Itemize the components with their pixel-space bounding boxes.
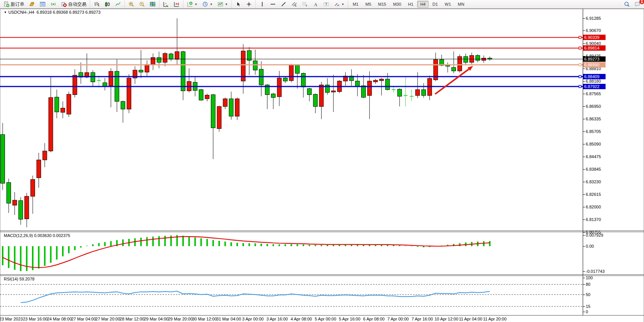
new-order-label: 新订单 [11,1,24,8]
templates-button[interactable]: ▼ [215,0,230,8]
rsi-axis-label: 0 [586,309,588,314]
search-button[interactable] [622,0,632,8]
timeframe-h4-button[interactable]: H4 [417,1,429,8]
hline-anchor[interactable] [579,64,581,66]
horizontal-line-button[interactable] [268,0,278,8]
rsi-panel [0,284,583,306]
macd-indicator-label: MACD(12,26,9) 0.003630 0.002375 [4,233,70,238]
bar-chart-button[interactable] [92,0,102,8]
auto-scroll-button[interactable] [161,0,171,8]
price-tick-label: 6.87565 [586,91,601,96]
price-tick-label: 6.85705 [586,129,601,134]
time-axis-label: 29 Mar 04:00 [144,317,169,321]
market-watch-button[interactable] [38,0,48,8]
candlestick-chart-button[interactable] [102,0,112,8]
price-badge: 6.88990 [583,62,606,67]
svg-text:E: E [295,5,296,7]
crosshair-button[interactable] [244,0,254,8]
chat-button[interactable]: 1 [633,0,642,8]
notification-badge: 1 [639,0,644,4]
arrows-button[interactable]: ▼ [332,0,346,8]
timeframe-h1-button[interactable]: H1 [405,1,416,8]
macd-signal-line [3,237,490,268]
time-axis-label: 27 Mar 20:00 [96,317,120,321]
timeframe-m30-button[interactable]: M30 [390,1,404,8]
time-axis-label: 3 Apr 16:00 [266,317,288,321]
time-axis-label: 27 Mar 04:00 [71,317,96,321]
timeframe-d1-button[interactable]: D1 [429,1,441,8]
time-axis-label: 28 Mar 12:00 [120,317,144,321]
cursor-button[interactable] [233,0,243,8]
dropdown-caret-icon[interactable]: ▼ [210,3,213,6]
price-tick-label: 6.90670 [586,28,601,33]
dropdown-caret-icon[interactable]: ▼ [225,3,228,6]
time-axis-label: 11 Apr 20:00 [483,317,507,321]
chart-shift-button[interactable] [172,0,182,8]
toolbar: 新订单自动交易▼▼▼EFAT▼M1M5M15M30H1H4D1W1MN1 [0,0,644,9]
time-axis-label: 23 Mar 2023 [0,317,23,321]
fibonacci-button[interactable]: F [300,0,310,8]
auto-trading-button[interactable]: 自动交易 [59,0,88,8]
price-tick-label: 6.82000 [586,205,601,209]
rsi-indicator-label: RSI(14) 59.2078 [4,277,35,281]
time-axis-label: 7 Apr 00:00 [387,317,409,321]
chart-window[interactable]: ▼USDCNH-,H4 6.89318 6.89368 6.89273 6.89… [0,8,644,322]
dropdown-caret-icon[interactable]: ▼ [341,3,344,6]
price-tick-label: 6.82615 [586,192,601,197]
rsi-axis-label: 80 [586,282,590,287]
timeframe-m1-button[interactable]: M1 [350,1,362,8]
timeframe-w1-button[interactable]: W1 [442,1,454,8]
macd-axis-label: -0.017743 [586,269,605,274]
trend-arrow-annotation[interactable] [435,69,469,94]
time-axis-label: 24 Mar 08:00 [47,317,72,321]
gold-chart-button[interactable] [27,0,37,8]
chart-menu-caret[interactable]: ▼ [4,11,7,14]
zoom-in-button[interactable] [126,0,136,8]
price-tick-label: 6.86335 [586,117,601,121]
price-badge: 6.89273 [583,56,606,62]
price-tick-label: 6.85090 [586,142,601,146]
vertical-line-button[interactable] [257,0,267,8]
rsi-axis-label: 15 [586,304,590,309]
hline-anchor[interactable] [579,75,581,78]
hline-anchor[interactable] [579,36,581,38]
price-tick-label: 6.81370 [586,217,601,222]
price-badge: 6.87922 [583,84,606,89]
hline-anchor[interactable] [579,85,581,88]
trendline-button[interactable] [279,0,289,8]
tile-windows-button[interactable] [148,0,158,8]
svg-text:A: A [314,2,317,7]
hline-anchor[interactable] [579,47,581,49]
auto-trading-label: 自动交易 [68,1,86,8]
macd-panel [3,235,490,271]
timeframe-mn-button[interactable]: MN [455,1,467,8]
equidistant-channel-button[interactable]: E [289,0,299,8]
zoom-out-button[interactable] [137,0,147,8]
time-axis-label: 11 Apr 04:00 [459,317,483,321]
time-axis-label: 30 Mar 12:00 [192,317,217,321]
rsi-axis-label: 100 [586,276,593,280]
price-badge: 6.89814 [583,45,606,51]
chart-canvas[interactable] [0,9,644,322]
time-axis-label: 4 Apr 08:00 [290,317,312,321]
timeframe-m15-button[interactable]: M15 [375,1,389,8]
timeframe-m5-button[interactable]: M5 [362,1,374,8]
price-tick-label: 6.86950 [586,104,601,109]
periods-button[interactable]: ▼ [200,0,215,8]
price-badge: 6.88409 [583,74,606,79]
signals-button[interactable] [48,0,58,8]
price-badge: 6.90339 [583,35,606,40]
text-label-button[interactable]: T [321,0,331,8]
svg-text:T: T [325,2,327,6]
time-axis-label: 10 Apr 12:00 [435,317,458,321]
indicators-button[interactable]: ▼ [185,0,199,8]
macd-axis-label: 0.00 [586,244,594,248]
new-order-button[interactable]: 新订单 [2,0,26,8]
line-chart-button[interactable] [113,0,123,8]
chart-title: ▼USDCNH-,H4 6.89318 6.89368 6.89273 6.89… [4,10,100,14]
time-axis-label: 23 Mar 16:00 [23,317,48,321]
time-axis-label: 3 Apr 00:00 [242,317,263,321]
chart-symbol-period: USDCNH-,H4 [8,10,34,14]
text-button[interactable]: A [311,0,320,8]
dropdown-caret-icon[interactable]: ▼ [194,3,198,6]
